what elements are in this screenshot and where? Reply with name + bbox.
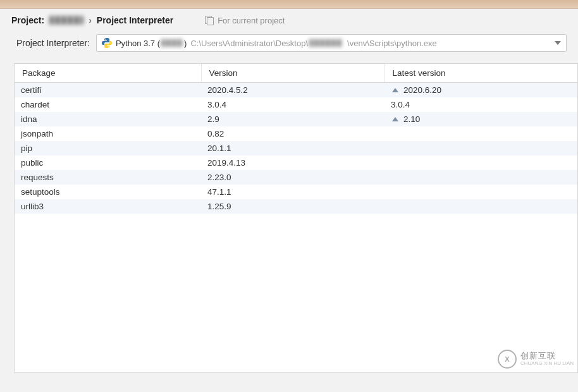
table-row[interactable]: requests2.23.0 [15,170,577,185]
copy-icon [205,16,214,25]
cell-package: requests [15,170,201,185]
cell-package: jsonpath [15,126,201,141]
breadcrumb-row: Project: › Project Interpreter For curre… [0,9,578,32]
cell-package: public [15,156,201,170]
interpreter-label: Project Interpreter: [16,38,90,48]
upgrade-available-icon [392,117,398,121]
table-row[interactable]: pip20.1.1 [15,141,577,156]
cell-latest: 2.10 [384,112,577,126]
cell-version: 47.1.1 [201,185,384,199]
watermark-line2: CHUANG XIN HU LIAN [520,361,574,367]
cell-version: 20.1.1 [201,141,384,156]
upgrade-available-icon [392,88,398,92]
col-header-latest[interactable]: Latest version [384,64,577,83]
cell-latest-text: 2020.6.20 [403,85,441,95]
cell-package: setuptools [15,185,201,199]
interpreter-selected-prefix: Python 3.7 ( [116,39,160,48]
cell-package: idna [15,112,201,126]
cell-latest: 2020.6.20 [384,83,577,98]
interpreter-path-blurred [309,39,342,47]
cell-version: 1.25.9 [201,199,384,214]
for-current-project-label: For current project [205,16,285,25]
watermark: X 创新互联 CHUANG XIN HU LIAN [498,350,574,369]
chevron-down-icon [555,41,561,45]
cell-version: 2020.4.5.2 [201,83,384,98]
breadcrumb-project-name-blurred [49,16,83,25]
breadcrumb-project-interpreter[interactable]: Project Interpreter [97,15,173,25]
cell-package: pip [15,141,201,156]
cell-version: 2019.4.13 [201,156,384,170]
packages-table-container: Package Version Latest version certifi20… [14,63,578,373]
watermark-line1: 创新互联 [520,352,574,360]
cell-latest [384,170,577,185]
table-header-row: Package Version Latest version [15,64,577,83]
table-row[interactable]: idna2.92.10 [15,112,577,126]
watermark-icon: X [498,350,517,369]
table-row[interactable]: jsonpath0.82 [15,126,577,141]
cell-latest [384,185,577,199]
cell-version: 2.23.0 [201,170,384,185]
breadcrumb-separator: › [89,15,92,25]
cell-version: 3.0.4 [201,97,384,112]
interpreter-path-prefix: C:\Users\Administrator\Desktop\ [190,39,308,48]
breadcrumb-project-label: Project: [11,15,44,25]
cell-latest-text: 2.10 [403,114,420,124]
cell-latest [384,156,577,170]
interpreter-selected-suffix: ) [184,39,187,48]
cell-package: urllib3 [15,199,201,214]
interpreter-name-blurred [161,39,183,47]
table-row[interactable]: urllib31.25.9 [15,199,577,214]
breadcrumb: Project: › Project Interpreter [11,15,173,25]
table-row[interactable]: setuptools47.1.1 [15,185,577,199]
for-current-project-text: For current project [218,16,285,25]
col-header-package[interactable]: Package [15,64,201,83]
cell-latest-text: 3.0.4 [391,100,410,109]
cell-latest [384,141,577,156]
interpreter-path-suffix: \venv\Scripts\python.exe [347,39,437,48]
cell-latest [384,199,577,214]
table-row[interactable]: certifi2020.4.5.22020.6.20 [15,83,577,98]
cell-package: chardet [15,97,201,112]
cell-latest: 3.0.4 [384,97,577,112]
cell-version: 0.82 [201,126,384,141]
cell-package: certifi [15,83,201,98]
cell-version: 2.9 [201,112,384,126]
table-row[interactable]: chardet3.0.43.0.4 [15,97,577,112]
interpreter-row: Project Interpreter: Python 3.7 ( ) C:\U… [0,32,578,61]
interpreter-dropdown[interactable]: Python 3.7 ( ) C:\Users\Administrator\De… [96,34,567,52]
packages-table: Package Version Latest version certifi20… [15,64,577,214]
col-header-version[interactable]: Version [201,64,384,83]
table-row[interactable]: public2019.4.13 [15,156,577,170]
window-titlebar-strip [0,0,578,9]
python-icon [102,38,112,48]
cell-latest [384,126,577,141]
